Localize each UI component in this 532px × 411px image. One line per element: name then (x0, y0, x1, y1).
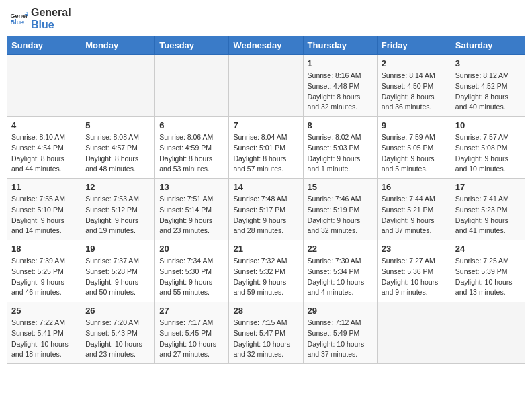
weekday-header-thursday: Thursday (303, 36, 377, 55)
calendar-cell: 27Sunrise: 7:17 AM Sunset: 5:45 PM Dayli… (155, 302, 229, 364)
logo: General Blue General Blue (9, 7, 71, 30)
calendar-cell: 10Sunrise: 7:57 AM Sunset: 5:08 PM Dayli… (451, 117, 525, 179)
calendar-cell: 12Sunrise: 7:53 AM Sunset: 5:12 PM Dayli… (81, 179, 155, 240)
day-info: Sunrise: 7:44 AM Sunset: 5:21 PM Dayligh… (382, 194, 447, 236)
day-number: 5 (85, 120, 150, 130)
calendar-table: SundayMondayTuesdayWednesdayThursdayFrid… (7, 36, 525, 364)
calendar-cell: 7Sunrise: 8:04 AM Sunset: 5:01 PM Daylig… (229, 117, 303, 179)
calendar-cell (155, 55, 229, 117)
day-info: Sunrise: 7:17 AM Sunset: 5:45 PM Dayligh… (159, 318, 224, 360)
day-number: 1 (308, 58, 373, 68)
day-info: Sunrise: 8:02 AM Sunset: 5:03 PM Dayligh… (308, 132, 373, 175)
day-info: Sunrise: 8:16 AM Sunset: 4:48 PM Dayligh… (308, 71, 373, 113)
logo-general: General (31, 7, 71, 19)
day-number: 20 (159, 244, 224, 254)
day-info: Sunrise: 8:08 AM Sunset: 4:57 PM Dayligh… (85, 132, 150, 175)
calendar-cell: 21Sunrise: 7:32 AM Sunset: 5:32 PM Dayli… (229, 240, 303, 302)
page-header: General Blue General Blue (7, 7, 525, 30)
calendar-cell: 14Sunrise: 7:48 AM Sunset: 5:17 PM Dayli… (229, 179, 303, 240)
day-number: 13 (159, 182, 224, 192)
weekday-header-friday: Friday (377, 36, 451, 55)
calendar-cell (451, 302, 525, 364)
day-info: Sunrise: 8:04 AM Sunset: 5:01 PM Dayligh… (233, 132, 298, 175)
day-number: 11 (11, 182, 77, 192)
calendar-cell: 20Sunrise: 7:34 AM Sunset: 5:30 PM Dayli… (155, 240, 229, 302)
day-number: 18 (11, 244, 77, 254)
day-info: Sunrise: 7:30 AM Sunset: 5:34 PM Dayligh… (308, 256, 373, 298)
day-number: 21 (233, 244, 298, 254)
day-info: Sunrise: 7:59 AM Sunset: 5:05 PM Dayligh… (382, 132, 447, 175)
day-info: Sunrise: 7:22 AM Sunset: 5:41 PM Dayligh… (11, 318, 77, 360)
svg-text:General: General (10, 12, 28, 19)
day-info: Sunrise: 7:51 AM Sunset: 5:14 PM Dayligh… (159, 194, 224, 236)
calendar-cell: 8Sunrise: 8:02 AM Sunset: 5:03 PM Daylig… (303, 117, 377, 179)
calendar-cell: 13Sunrise: 7:51 AM Sunset: 5:14 PM Dayli… (155, 179, 229, 240)
day-number: 9 (382, 120, 447, 130)
calendar-cell: 23Sunrise: 7:27 AM Sunset: 5:36 PM Dayli… (377, 240, 451, 302)
day-number: 6 (159, 120, 224, 130)
day-number: 16 (382, 182, 447, 192)
calendar-cell (229, 55, 303, 117)
calendar-cell: 25Sunrise: 7:22 AM Sunset: 5:41 PM Dayli… (7, 302, 81, 364)
day-number: 22 (308, 244, 373, 254)
day-number: 28 (233, 306, 298, 316)
day-info: Sunrise: 7:39 AM Sunset: 5:25 PM Dayligh… (11, 256, 77, 298)
day-number: 14 (233, 182, 298, 192)
day-number: 15 (308, 182, 373, 192)
day-info: Sunrise: 7:48 AM Sunset: 5:17 PM Dayligh… (233, 194, 298, 236)
calendar-header-row: SundayMondayTuesdayWednesdayThursdayFrid… (7, 36, 525, 55)
calendar-cell: 9Sunrise: 7:59 AM Sunset: 5:05 PM Daylig… (377, 117, 451, 179)
calendar-cell (377, 302, 451, 364)
day-number: 8 (308, 120, 373, 130)
day-number: 29 (308, 306, 373, 316)
day-number: 2 (382, 58, 447, 68)
weekday-header-tuesday: Tuesday (155, 36, 229, 55)
day-number: 4 (11, 120, 77, 130)
calendar-cell: 2Sunrise: 8:14 AM Sunset: 4:50 PM Daylig… (377, 55, 451, 117)
day-number: 12 (85, 182, 150, 192)
calendar-cell: 26Sunrise: 7:20 AM Sunset: 5:43 PM Dayli… (81, 302, 155, 364)
calendar-cell: 19Sunrise: 7:37 AM Sunset: 5:28 PM Dayli… (81, 240, 155, 302)
calendar-cell: 5Sunrise: 8:08 AM Sunset: 4:57 PM Daylig… (81, 117, 155, 179)
day-info: Sunrise: 7:55 AM Sunset: 5:10 PM Dayligh… (11, 194, 77, 236)
logo-icon: General Blue (9, 9, 28, 28)
day-number: 19 (85, 244, 150, 254)
calendar-cell: 1Sunrise: 8:16 AM Sunset: 4:48 PM Daylig… (303, 55, 377, 117)
day-number: 10 (455, 120, 521, 130)
calendar-cell: 11Sunrise: 7:55 AM Sunset: 5:10 PM Dayli… (7, 179, 81, 240)
day-number: 3 (455, 58, 521, 68)
calendar-week-row: 25Sunrise: 7:22 AM Sunset: 5:41 PM Dayli… (7, 302, 525, 364)
day-info: Sunrise: 7:46 AM Sunset: 5:19 PM Dayligh… (308, 194, 373, 236)
calendar-week-row: 4Sunrise: 8:10 AM Sunset: 4:54 PM Daylig… (7, 117, 525, 179)
calendar-cell: 3Sunrise: 8:12 AM Sunset: 4:52 PM Daylig… (451, 55, 525, 117)
weekday-header-saturday: Saturday (451, 36, 525, 55)
calendar-cell: 22Sunrise: 7:30 AM Sunset: 5:34 PM Dayli… (303, 240, 377, 302)
day-number: 23 (382, 244, 447, 254)
weekday-header-monday: Monday (81, 36, 155, 55)
calendar-cell: 17Sunrise: 7:41 AM Sunset: 5:23 PM Dayli… (451, 179, 525, 240)
calendar-cell: 16Sunrise: 7:44 AM Sunset: 5:21 PM Dayli… (377, 179, 451, 240)
logo-blue: Blue (31, 19, 71, 31)
day-info: Sunrise: 7:32 AM Sunset: 5:32 PM Dayligh… (233, 256, 298, 298)
day-info: Sunrise: 8:10 AM Sunset: 4:54 PM Dayligh… (11, 132, 77, 175)
calendar-cell: 15Sunrise: 7:46 AM Sunset: 5:19 PM Dayli… (303, 179, 377, 240)
calendar-week-row: 11Sunrise: 7:55 AM Sunset: 5:10 PM Dayli… (7, 179, 525, 240)
weekday-header-wednesday: Wednesday (229, 36, 303, 55)
calendar-cell: 18Sunrise: 7:39 AM Sunset: 5:25 PM Dayli… (7, 240, 81, 302)
day-number: 7 (233, 120, 298, 130)
day-info: Sunrise: 8:12 AM Sunset: 4:52 PM Dayligh… (455, 71, 521, 113)
day-number: 25 (11, 306, 77, 316)
day-info: Sunrise: 7:34 AM Sunset: 5:30 PM Dayligh… (159, 256, 224, 298)
day-info: Sunrise: 7:20 AM Sunset: 5:43 PM Dayligh… (85, 318, 150, 360)
calendar-cell (81, 55, 155, 117)
day-info: Sunrise: 7:15 AM Sunset: 5:47 PM Dayligh… (233, 318, 298, 360)
day-number: 26 (85, 306, 150, 316)
day-info: Sunrise: 7:41 AM Sunset: 5:23 PM Dayligh… (455, 194, 521, 236)
calendar-cell: 28Sunrise: 7:15 AM Sunset: 5:47 PM Dayli… (229, 302, 303, 364)
day-number: 24 (455, 244, 521, 254)
calendar-week-row: 18Sunrise: 7:39 AM Sunset: 5:25 PM Dayli… (7, 240, 525, 302)
day-info: Sunrise: 7:53 AM Sunset: 5:12 PM Dayligh… (85, 194, 150, 236)
calendar-cell: 4Sunrise: 8:10 AM Sunset: 4:54 PM Daylig… (7, 117, 81, 179)
calendar-cell: 24Sunrise: 7:25 AM Sunset: 5:39 PM Dayli… (451, 240, 525, 302)
day-info: Sunrise: 7:12 AM Sunset: 5:49 PM Dayligh… (308, 318, 373, 360)
